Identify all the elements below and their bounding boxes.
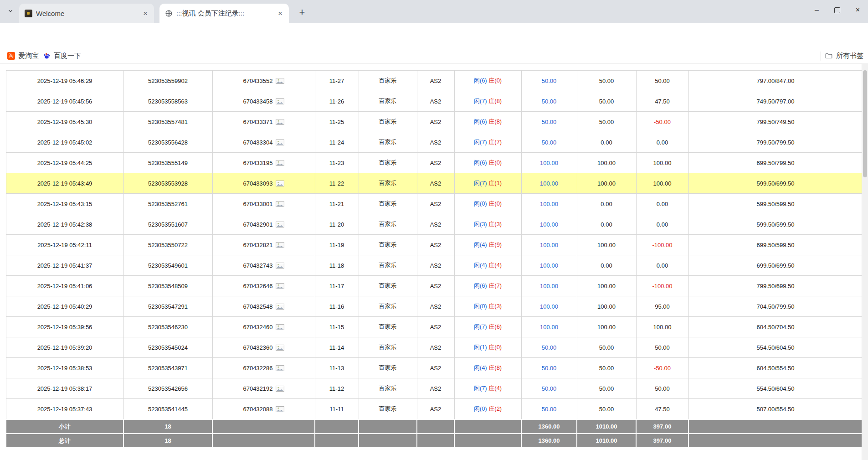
table-row[interactable]: 2025-12-19 05:40:29523053547291670432548…: [6, 296, 863, 317]
bet-time: 2025-12-19 05:38:53: [6, 358, 123, 378]
result-image-icon[interactable]: [276, 222, 284, 227]
bet-time: 2025-12-19 05:45:02: [6, 132, 123, 153]
result-image-icon[interactable]: [276, 201, 284, 207]
bet-time: 2025-12-19 05:40:29: [6, 296, 123, 317]
result-image-icon[interactable]: [276, 365, 284, 371]
round-number: 11-18: [315, 255, 359, 276]
table-row[interactable]: 2025-12-19 05:42:38523053551607670432901…: [6, 214, 863, 235]
summary-cell: [315, 434, 359, 448]
round-number: 11-26: [315, 91, 359, 112]
close-window-button[interactable]: ×: [847, 0, 868, 20]
bet-amount-link[interactable]: 100.00: [521, 317, 577, 337]
valid-amount: 100.00: [577, 153, 636, 173]
all-bookmarks-button[interactable]: 所有书签: [825, 52, 863, 60]
bet-amount-link[interactable]: 50.00: [521, 91, 577, 112]
bet-time: 2025-12-19 05:41:37: [6, 255, 123, 276]
tab-close-icon[interactable]: ×: [275, 9, 285, 19]
result-image-icon[interactable]: [276, 98, 284, 104]
bet-id: 523053553928: [123, 173, 212, 194]
bet-amount-link[interactable]: 100.00: [521, 173, 577, 194]
bookmark-baidu[interactable]: 百度一下: [39, 50, 85, 62]
result-image-icon[interactable]: [276, 78, 284, 84]
game-number: 670433371: [212, 112, 315, 132]
game-number: 670432192: [212, 378, 315, 399]
result-image-icon[interactable]: [276, 406, 284, 412]
table-row[interactable]: 2025-12-19 05:41:37523053549601670432743…: [6, 255, 863, 276]
bookmark-taobao[interactable]: 淘 爱淘宝: [4, 50, 42, 62]
summary-cell: [359, 434, 417, 448]
round-number: 11-14: [315, 337, 359, 358]
table-row[interactable]: 2025-12-19 05:45:56523053558563670433458…: [6, 91, 863, 112]
result-image-icon[interactable]: [276, 345, 284, 351]
scrollbar-thumb[interactable]: [863, 70, 867, 177]
win-loss: 0.00: [636, 194, 688, 214]
bet-amount-link[interactable]: 100.00: [521, 153, 577, 173]
table-row[interactable]: 2025-12-19 05:46:29523053559902670433552…: [6, 71, 863, 91]
table-code: AS2: [417, 276, 454, 296]
minimize-button[interactable]: –: [806, 0, 827, 20]
game-result: 闲(0) 庄(2): [454, 399, 521, 420]
table-row[interactable]: 2025-12-19 05:44:25523053555149670433195…: [6, 153, 863, 173]
result-image-icon[interactable]: [276, 140, 284, 145]
table-row[interactable]: 2025-12-19 05:45:30523053557481670433371…: [6, 112, 863, 132]
bet-time: 2025-12-19 05:46:29: [6, 71, 123, 91]
game-name: 百家乐: [359, 91, 417, 112]
tab-bet-record[interactable]: :::视讯 会员下注纪录::: ×: [159, 4, 289, 23]
game-number: 670433093: [212, 173, 315, 194]
bet-amount-link[interactable]: 50.00: [521, 378, 577, 399]
bet-amount-link[interactable]: 100.00: [521, 235, 577, 255]
tab-close-icon[interactable]: ×: [140, 9, 150, 19]
table-row[interactable]: 2025-12-19 05:37:43523053541445670432088…: [6, 399, 863, 420]
valid-amount: 50.00: [577, 378, 636, 399]
round-number: 11-25: [315, 112, 359, 132]
result-image-icon[interactable]: [276, 119, 284, 125]
table-row[interactable]: 2025-12-19 05:43:15523053552761670433001…: [6, 194, 863, 214]
bet-amount-link[interactable]: 50.00: [521, 132, 577, 153]
bet-time: 2025-12-19 05:41:06: [6, 276, 123, 296]
bet-amount-link[interactable]: 100.00: [521, 276, 577, 296]
table-row[interactable]: 2025-12-19 05:39:56523053546230670432460…: [6, 317, 863, 337]
table-row[interactable]: 2025-12-19 05:38:17523053542656670432192…: [6, 378, 863, 399]
result-image-icon[interactable]: [276, 263, 284, 269]
new-tab-button[interactable]: +: [295, 5, 309, 19]
bet-amount-link[interactable]: 50.00: [521, 337, 577, 358]
result-image-icon[interactable]: [276, 283, 284, 289]
vertical-scrollbar[interactable]: [862, 64, 868, 460]
restore-button[interactable]: [827, 0, 847, 20]
table-row[interactable]: 2025-12-19 05:45:02523053556428670433304…: [6, 132, 863, 153]
tab-strip-chevron-icon[interactable]: [6, 7, 15, 15]
bet-amount-link[interactable]: 50.00: [521, 358, 577, 378]
result-image-icon[interactable]: [276, 242, 284, 248]
table-row[interactable]: 2025-12-19 05:38:53523053543971670432286…: [6, 358, 863, 378]
bet-amount-link[interactable]: 50.00: [521, 399, 577, 420]
result-image-icon[interactable]: [276, 160, 284, 166]
table-code: AS2: [417, 296, 454, 317]
tab-welcome[interactable]: Welcome ×: [19, 4, 154, 23]
bet-amount-link[interactable]: 50.00: [521, 112, 577, 132]
bet-amount-link[interactable]: 100.00: [521, 214, 577, 235]
bet-amount-link[interactable]: 100.00: [521, 296, 577, 317]
result-image-icon[interactable]: [276, 304, 284, 310]
bet-amount-link[interactable]: 100.00: [521, 194, 577, 214]
bookmark-label: 爱淘宝: [18, 52, 39, 60]
table-row[interactable]: 2025-12-19 05:41:06523053548509670432646…: [6, 276, 863, 296]
result-image-icon[interactable]: [276, 324, 284, 330]
table-row[interactable]: 2025-12-19 05:39:20523053545024670432360…: [6, 337, 863, 358]
game-number: 670432548: [212, 296, 315, 317]
table-code: AS2: [417, 214, 454, 235]
table-row[interactable]: 2025-12-19 05:43:49523053553928670433093…: [6, 173, 863, 194]
bet-amount-link[interactable]: 100.00: [521, 255, 577, 276]
bet-id: 523053550722: [123, 235, 212, 255]
table-code: AS2: [417, 132, 454, 153]
bet-amount-link[interactable]: 50.00: [521, 71, 577, 91]
round-number: 11-16: [315, 296, 359, 317]
valid-amount: 100.00: [577, 296, 636, 317]
result-image-icon[interactable]: [276, 386, 284, 392]
valid-amount: 50.00: [577, 71, 636, 91]
table-row[interactable]: 2025-12-19 05:42:11523053550722670432821…: [6, 235, 863, 255]
result-image-icon[interactable]: [276, 181, 284, 186]
bet-time: 2025-12-19 05:38:17: [6, 378, 123, 399]
bet-time: 2025-12-19 05:45:56: [6, 91, 123, 112]
round-number: 11-13: [315, 358, 359, 378]
game-name: 百家乐: [359, 235, 417, 255]
